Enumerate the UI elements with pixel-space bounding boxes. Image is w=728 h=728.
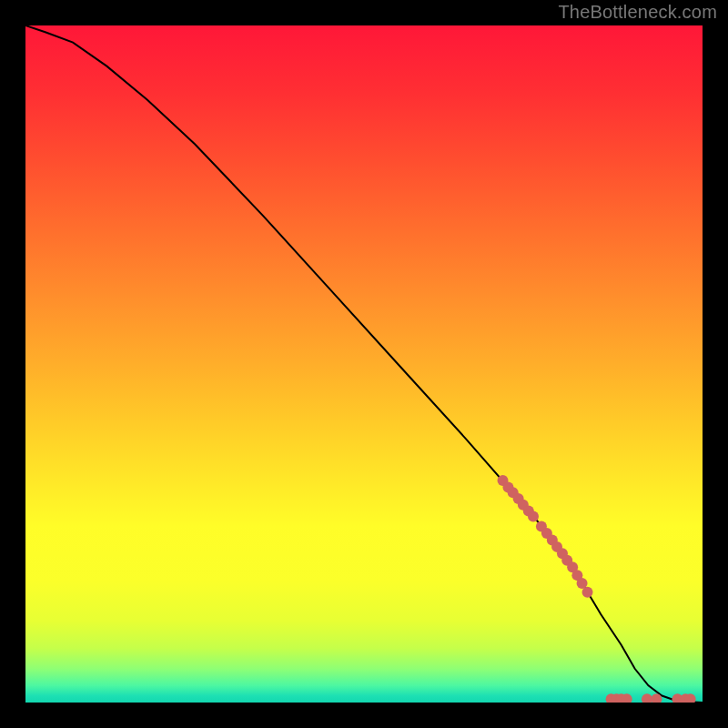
- chart-container: TheBottleneck.com: [0, 0, 728, 728]
- attribution-label: TheBottleneck.com: [558, 2, 717, 23]
- chart-svg: [25, 25, 703, 703]
- plot-background: [25, 25, 703, 703]
- data-marker: [582, 587, 593, 598]
- data-marker: [528, 511, 539, 521]
